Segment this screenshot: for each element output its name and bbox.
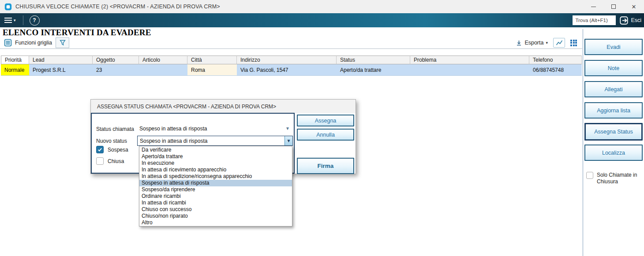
table-row[interactable]: Normale Progest S.R.L 23 Roma Via G. Pas… [1, 64, 582, 76]
column-header-lead[interactable]: Lead [29, 56, 93, 64]
column-header-telefono[interactable]: Telefono [529, 56, 582, 64]
grid-functions-icon [4, 39, 12, 47]
aggiorna-lista-button[interactable]: Aggiorna lista [584, 102, 643, 119]
cell-oggetto: 23 [93, 64, 139, 76]
export-label: Esporta [524, 40, 543, 46]
app-window: CHIUSURA VELOCE CHIAMATE (2) <PROVACRM -… [0, 0, 644, 256]
minimize-button[interactable] [583, 0, 603, 13]
exit-icon [619, 16, 629, 25]
grid-functions-label: Funzioni griglia [15, 40, 52, 46]
cell-telefono: 06/88745748 [529, 64, 582, 76]
assegna-button[interactable]: Assegna [297, 115, 354, 126]
solo-chiamate-checkbox[interactable] [586, 172, 593, 179]
option-item[interactable]: Aperto/da trattare [139, 153, 292, 160]
option-item[interactable]: Chiuso con successo [139, 206, 292, 213]
solo-chiamate-checkbox-row[interactable]: Solo Chiamate in Chiusura [584, 172, 643, 185]
column-header-articolo[interactable]: Articolo [139, 56, 187, 64]
option-item[interactable]: In esecuzione [139, 160, 292, 167]
app-logo-icon [4, 3, 12, 11]
window-title: CHIUSURA VELOCE CHIAMATE (2) <PROVACRM -… [15, 4, 220, 10]
export-button[interactable]: Esporta ▾ [516, 40, 548, 46]
help-button[interactable]: ? [30, 15, 40, 26]
interventi-table: Priorità Lead Oggetto Articolo Città Ind… [1, 56, 582, 76]
allegati-button[interactable]: Allegati [584, 81, 643, 97]
chevron-down-icon: ▼ [285, 126, 290, 131]
cell-priorita: Normale [1, 64, 29, 76]
option-item[interactable]: In attesa di spedizione/riconsegna appar… [139, 173, 292, 180]
status-chiamata-label: Status chiamata [96, 126, 134, 132]
find-input[interactable] [573, 15, 616, 25]
note-button[interactable]: Note [584, 60, 643, 76]
column-header-priorita[interactable]: Priorità [1, 56, 29, 64]
close-button[interactable]: ✕ [624, 0, 644, 13]
table-header-row: Priorità Lead Oggetto Articolo Città Ind… [1, 56, 582, 64]
column-header-oggetto[interactable]: Oggetto [93, 56, 139, 64]
sidebar: Evadi Note Allegati Aggiorna lista Asseg… [584, 39, 643, 185]
option-item[interactable]: Ordinare ricambi [139, 193, 292, 200]
nuovo-status-options-list: Da verificare Aperto/da trattare In esec… [139, 146, 292, 226]
localizza-button[interactable]: Localizza [584, 145, 643, 161]
cell-lead: Progest S.R.L [29, 64, 93, 76]
nuovo-status-label: Nuovo status [96, 138, 127, 144]
window-controls: ✕ [583, 0, 644, 13]
sospesa-checkbox-row[interactable]: Sospesa [96, 146, 128, 153]
option-item[interactable]: Sospeso/da riprendere [139, 186, 292, 193]
close-icon: ✕ [632, 4, 637, 10]
status-chiamata-value: Sospeso in attesa di risposta [139, 126, 207, 132]
chiusa-checkbox-row[interactable]: Chiusa [96, 157, 124, 165]
column-header-citta[interactable]: Città [187, 56, 237, 64]
cell-indirizzo: Via G. Pascoli, 1547 [237, 64, 337, 76]
sidebar-divider [583, 29, 583, 256]
chevron-down-icon: ▼ [287, 138, 291, 143]
cell-status: Aperto/da trattare [337, 64, 410, 76]
chevron-down-icon: ▾ [546, 41, 548, 45]
filter-icon [59, 39, 66, 46]
hamburger-menu-button[interactable]: ▾ [0, 13, 20, 27]
option-item[interactable]: Da verificare [139, 147, 292, 153]
option-item[interactable]: Altro [139, 219, 292, 226]
status-chiamata-dropdown[interactable]: Sospeso in attesa di risposta ▼ [137, 124, 292, 133]
page-title: ELENCO INTERVENTI DA EVADERE [3, 28, 151, 37]
titlebar: CHIUSURA VELOCE CHIAMATE (2) <PROVACRM -… [0, 0, 644, 13]
column-header-indirizzo[interactable]: Indirizzo [237, 56, 337, 64]
minimize-icon [591, 7, 596, 7]
hamburger-icon [4, 18, 12, 23]
option-item-selected[interactable]: Sospeso in attesa di risposta [139, 180, 292, 186]
toolbar-separator [23, 15, 23, 25]
cell-problema [410, 64, 529, 76]
solo-chiamate-label: Solo Chiamate in Chiusura [597, 172, 640, 185]
option-item[interactable]: In attesa di ricevimento apparecchio [139, 167, 292, 173]
maximize-icon [611, 4, 616, 9]
download-icon [516, 40, 522, 46]
option-item[interactable]: Chiuso/non riparato [139, 213, 292, 219]
grid-view-icon[interactable] [570, 40, 577, 46]
cell-citta: Roma [187, 64, 237, 76]
exit-label: Esci [631, 17, 641, 23]
cell-articolo [139, 64, 187, 76]
column-header-status[interactable]: Status [337, 56, 410, 64]
chiusa-checkbox[interactable] [96, 157, 104, 165]
maximize-button[interactable] [603, 0, 624, 13]
firma-button[interactable]: Firma [297, 158, 354, 174]
filter-button[interactable] [56, 37, 69, 48]
assegna-status-button[interactable]: Assegna Status [584, 123, 643, 141]
dialog-title: ASSEGNA STATUS CHIAMATA <PROVACRM - AZIE… [91, 100, 356, 113]
question-icon: ? [33, 17, 36, 23]
evadi-button[interactable]: Evadi [584, 39, 643, 55]
combobox-dropdown-button[interactable]: ▼ [285, 136, 292, 145]
main-toolbar: ▾ ? Esci [0, 13, 644, 27]
grid-functions-button[interactable]: Funzioni griglia [0, 39, 52, 47]
option-item[interactable]: In attesa di ricambi [139, 200, 292, 206]
grid-toolbar: Funzioni griglia Esporta ▾ [0, 37, 582, 49]
exit-button[interactable]: Esci [619, 16, 641, 25]
chart-line-icon [555, 39, 563, 46]
nuovo-status-value: Sospeso in attesa di risposta [138, 138, 285, 144]
annulla-button[interactable]: Annulla [297, 129, 354, 141]
chiusa-label: Chiusa [108, 158, 124, 164]
sospesa-label: Sospesa [108, 147, 128, 153]
sospesa-checkbox[interactable] [96, 146, 104, 153]
nuovo-status-combobox[interactable]: Sospeso in attesa di risposta ▼ [137, 136, 293, 146]
chart-view-button[interactable] [553, 38, 565, 48]
chevron-down-icon: ▾ [14, 19, 16, 22]
column-header-problema[interactable]: Problema [410, 56, 529, 64]
